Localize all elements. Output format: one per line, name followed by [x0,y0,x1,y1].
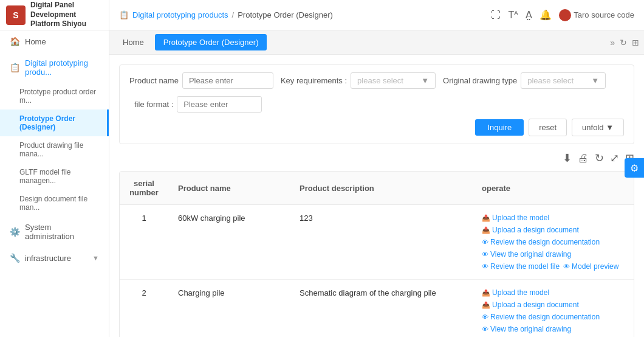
op-icon: 👁 [482,313,488,321]
grid-view-icon[interactable]: ⊞ [632,38,639,47]
cell-product-name: 60kW charging pile [168,205,290,280]
user-avatar [559,9,571,21]
sidebar-item-label: Product drawing file mana... [19,141,83,158]
sidebar-item-digital-prototyping[interactable]: 📋 Digital prototyping produ... [0,52,109,83]
sidebar-item-prototype-order-designer[interactable]: Prototype Order (Designer) [0,109,109,136]
cell-serial: 1 [120,205,168,280]
operate-link[interactable]: 👁View the original drawing [482,325,571,333]
operate-link[interactable]: 📤Upload a design document [482,226,579,234]
operate-link[interactable]: 👁Review the design documentation [482,238,600,246]
sidebar-item-label: System administration [25,223,99,241]
file-format-input[interactable] [177,96,262,113]
cell-product-desc: Schematic diagram of the charging pile [290,280,472,338]
th-product-desc: Product description [290,172,472,205]
key-requirements-select[interactable]: please select ▼ [351,72,436,89]
sidebar-item-label: Design document file man... [19,195,87,212]
sidebar-item-system-admin[interactable]: ⚙️ System administration [0,217,109,247]
sidebar-item-label: Digital prototyping produ... [25,58,99,77]
sidebar-logo: S Digital Panel Development Platform Shi… [0,0,109,30]
translate-icon[interactable]: A̤ [526,9,532,21]
op-icon: 👁 [563,263,570,270]
settings-fab[interactable]: ⚙ [625,158,644,178]
operate-link[interactable]: 👁Model preview [563,262,618,271]
cell-operate: 📤Upload the model📤Upload a design docume… [472,205,634,280]
refresh-icon[interactable]: ↻ [595,151,604,165]
user-name: Taro source code [574,10,634,19]
th-serial: serial number [120,172,168,205]
chevron-down-icon: ▼ [92,254,99,262]
original-drawing-label: Original drawing type [443,76,517,85]
sidebar-item-infrastructure[interactable]: 🔧 infrastructure ▼ [0,247,109,269]
data-table: serial number Product name Product descr… [119,171,634,337]
operate-link[interactable]: 📤Upload the model [482,288,549,297]
cell-product-desc: 123 [290,205,472,280]
key-requirements-value: please select [357,76,403,85]
operate-link[interactable]: 📤Upload the model [482,214,549,222]
settings-fab-icon: ⚙ [630,162,639,174]
user-menu[interactable]: Taro source code [559,9,634,21]
tab-home[interactable]: Home [114,34,152,50]
table-row: 2 Charging pile Schematic diagram of the… [120,280,634,338]
toolbar: ⬇ 🖨 ↻ ⤢ ⊞ [119,151,634,165]
notification-icon[interactable]: 🔔 [540,9,552,21]
filter-row: Product name Key requirements : please s… [129,72,624,113]
cell-serial: 2 [120,280,168,338]
sidebar-item-label: Prototype Order (Designer) [19,114,75,131]
cell-product-name: Charging pile [168,280,290,338]
key-requirements-label: Key requirements : [281,76,347,85]
operate-links: 📤Upload the model📤Upload a design docume… [482,214,624,271]
sidebar-item-label: Prototype product order m... [19,88,96,105]
download-icon[interactable]: ⬇ [563,151,572,165]
tabbar: Home Prototype Order (Designer) » ↻ ⊞ [109,30,644,55]
reset-button[interactable]: reset [529,119,567,136]
breadcrumb: 📋 Digital prototyping products / Prototy… [119,10,484,19]
chevron-down-icon: ▼ [421,76,429,85]
op-icon: 👁 [482,238,488,246]
refresh-tab-icon[interactable]: ↻ [620,38,627,47]
page-content: Product name Key requirements : please s… [109,55,644,337]
expand-tabs-icon[interactable]: » [610,38,615,47]
table-row: 1 60kW charging pile 123 📤Upload the mod… [120,205,634,280]
home-icon: 🏠 [10,36,20,46]
fullscreen-icon[interactable]: ⛶ [491,10,501,21]
operate-link[interactable]: 👁View the original drawing [482,250,571,259]
product-name-label: Product name [129,76,179,85]
expand-icon[interactable]: ⤢ [610,151,619,165]
filter-bar: Product name Key requirements : please s… [119,64,634,144]
operate-link[interactable]: 👁Review the design documentation [482,313,600,321]
font-size-icon[interactable]: Tᴬ [508,9,518,21]
op-icon: 👁 [482,325,488,333]
op-icon: 📤 [482,214,490,222]
filter-actions: Inquire reset unfold ▼ [129,119,624,136]
tab-prototype-order-designer[interactable]: Prototype Order (Designer) [155,34,267,50]
filter-original-drawing: Original drawing type please select ▼ [443,72,606,89]
filter-key-requirements: Key requirements : please select ▼ [281,72,436,89]
digital-prototyping-icon: 📋 [10,63,20,72]
print-icon[interactable]: 🖨 [578,152,589,165]
operate-link[interactable]: 👁Review the model file [482,262,560,271]
sidebar-item-design-doc[interactable]: Design document file man... [0,190,109,217]
sidebar-item-label: Home [25,37,46,46]
sidebar-item-label: infrastructure [25,254,71,263]
th-operate: operate [472,172,634,205]
logo-text: Digital Panel Development Platform Shiyo… [30,1,103,29]
operate-link[interactable]: 📤Upload a design document [482,301,579,309]
breadcrumb-separator: / [232,10,235,19]
unfold-button[interactable]: unfold ▼ [572,119,624,136]
inquire-button[interactable]: Inquire [475,119,524,136]
sidebar: S Digital Panel Development Platform Shi… [0,0,109,337]
op-icon: 📤 [482,301,490,309]
logo-icon: S [6,5,26,25]
sidebar-item-product-drawing[interactable]: Product drawing file mana... [0,136,109,163]
op-icon: 👁 [482,263,488,270]
sidebar-item-prototype-order[interactable]: Prototype product order m... [0,83,109,109]
original-drawing-select[interactable]: please select ▼ [521,72,606,89]
sidebar-item-gltf-model[interactable]: GLTF model file managen... [0,163,109,190]
gear-icon: ⚙️ [10,227,20,237]
original-drawing-value: please select [527,76,574,85]
op-icon: 📤 [482,226,490,234]
main-content: 📋 Digital prototyping products / Prototy… [109,0,644,337]
sidebar-item-home[interactable]: 🏠 Home [0,30,109,52]
product-name-input[interactable] [182,72,273,89]
breadcrumb-root[interactable]: Digital prototyping products [132,10,228,19]
